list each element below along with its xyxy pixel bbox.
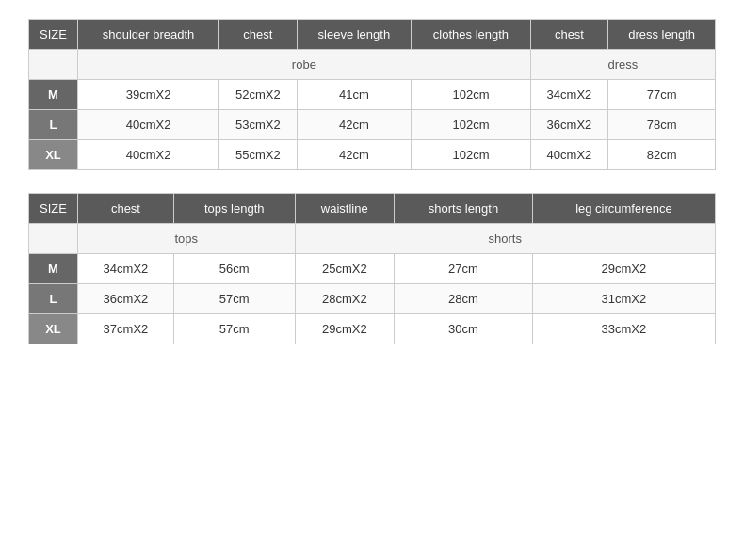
- l-chest1: 53cmX2: [219, 110, 297, 140]
- m-sleeve: 41cm: [297, 80, 412, 110]
- m-chest1: 52cmX2: [219, 80, 297, 110]
- shorts-subheader: shorts: [295, 224, 715, 254]
- size-header-t2: SIZE: [29, 194, 78, 224]
- l-chest-t2: 36cmX2: [78, 284, 174, 314]
- xl-shorts-length: 30cm: [395, 314, 533, 344]
- m-waistline: 25cmX2: [295, 254, 395, 284]
- xl-shoulder: 40cmX2: [78, 140, 219, 170]
- l-tops-length: 57cm: [173, 284, 295, 314]
- l-sleeve: 42cm: [297, 110, 412, 140]
- l-waistline: 28cmX2: [295, 284, 395, 314]
- table1-container: SIZE shoulder breadth chest sleeve lengt…: [28, 19, 716, 170]
- shoulder-breadth-header: shoulder breadth: [78, 20, 219, 50]
- waistline-header: waistline: [295, 194, 395, 224]
- table2-container: SIZE chest tops length waistline shorts …: [28, 193, 716, 344]
- size-header-t1: SIZE: [29, 20, 78, 50]
- size-m-t1: M: [29, 80, 78, 110]
- robe-dress-table: SIZE shoulder breadth chest sleeve lengt…: [28, 19, 716, 170]
- robe-subheader: robe: [78, 50, 531, 80]
- dress-length-header: dress length: [608, 20, 716, 50]
- m-shoulder: 39cmX2: [78, 80, 219, 110]
- shorts-length-header: shorts length: [395, 194, 533, 224]
- sleeve-length-header: sleeve length: [297, 20, 412, 50]
- tops-subheader: tops: [78, 224, 296, 254]
- dress-subheader: dress: [530, 50, 715, 80]
- size-subheader-t2: [29, 224, 78, 254]
- xl-waistline: 29cmX2: [295, 314, 395, 344]
- m-shorts-length: 27cm: [395, 254, 533, 284]
- chest-header-t1: chest: [219, 20, 297, 50]
- xl-clothes: 102cm: [412, 140, 531, 170]
- l-shoulder: 40cmX2: [78, 110, 219, 140]
- m-tops-length: 56cm: [173, 254, 295, 284]
- l-leg: 31cmX2: [532, 284, 715, 314]
- size-xl-t2: XL: [29, 314, 78, 344]
- xl-chest2: 40cmX2: [530, 140, 607, 170]
- size-l-t1: L: [29, 110, 78, 140]
- size-l-t2: L: [29, 284, 78, 314]
- tops-shorts-table: SIZE chest tops length waistline shorts …: [28, 193, 716, 344]
- m-leg: 29cmX2: [532, 254, 715, 284]
- clothes-length-header: clothes length: [412, 20, 531, 50]
- xl-sleeve: 42cm: [297, 140, 412, 170]
- l-chest2: 36cmX2: [530, 110, 607, 140]
- size-m-t2: M: [29, 254, 78, 284]
- m-dress: 77cm: [608, 80, 716, 110]
- xl-tops-length: 57cm: [173, 314, 295, 344]
- m-clothes: 102cm: [412, 80, 531, 110]
- xl-chest-t2: 37cmX2: [78, 314, 174, 344]
- l-shorts-length: 28cm: [395, 284, 533, 314]
- m-chest2: 34cmX2: [530, 80, 607, 110]
- m-chest-t2: 34cmX2: [78, 254, 174, 284]
- size-subheader-t1: [29, 50, 78, 80]
- leg-circ-header: leg circumference: [532, 194, 715, 224]
- chest2-header-t1: chest: [530, 20, 607, 50]
- xl-leg: 33cmX2: [532, 314, 715, 344]
- xl-dress: 82cm: [608, 140, 716, 170]
- size-xl-t1: XL: [29, 140, 78, 170]
- tops-length-header: tops length: [173, 194, 295, 224]
- l-dress: 78cm: [608, 110, 716, 140]
- xl-chest1: 55cmX2: [219, 140, 297, 170]
- chest-header-t2: chest: [78, 194, 174, 224]
- l-clothes: 102cm: [412, 110, 531, 140]
